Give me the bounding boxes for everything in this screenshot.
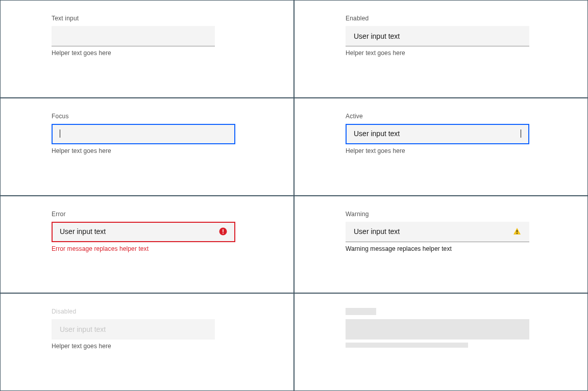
svg-point-2	[223, 233, 224, 234]
cell-focus: Focus Helper text goes here	[0, 98, 294, 196]
cell-error: Error User input text Error message repl…	[0, 196, 294, 294]
input-value: User input text	[60, 325, 207, 333]
helper-text: Helper text goes here	[346, 49, 536, 57]
warning-icon	[513, 227, 521, 236]
input-value: User input text	[354, 227, 507, 236]
text-caret	[60, 129, 60, 138]
warning-text: Warning message replaces helper text	[346, 245, 536, 252]
text-input-enabled[interactable]: User input text	[346, 26, 529, 46]
input-label: Disabled	[52, 308, 242, 315]
cell-warning: Warning User input text Warning message …	[294, 196, 588, 294]
input-label: Enabled	[346, 15, 536, 22]
text-input-error[interactable]: User input text	[52, 222, 235, 242]
helper-text: Helper text goes here	[52, 147, 242, 154]
text-input-active[interactable]: User input text	[346, 124, 529, 144]
svg-rect-1	[223, 229, 224, 232]
input-value: User input text	[354, 129, 521, 138]
helper-text: Helper text goes here	[52, 49, 242, 57]
skeleton-label	[346, 308, 376, 315]
error-text: Error message replaces helper text	[52, 245, 242, 252]
helper-text: Helper text goes here	[346, 147, 536, 154]
text-input-default[interactable]	[52, 26, 215, 46]
text-input-focus[interactable]	[52, 124, 235, 144]
input-label: Active	[346, 113, 536, 120]
input-label: Warning	[346, 211, 536, 218]
svg-rect-4	[517, 230, 517, 232]
input-label: Text input	[52, 15, 242, 22]
helper-text: Helper text goes here	[52, 343, 242, 350]
input-label: Focus	[52, 113, 242, 120]
svg-point-5	[517, 233, 518, 234]
cell-enabled: Enabled User input text Helper text goes…	[294, 0, 588, 98]
cell-active: Active User input text Helper text goes …	[294, 98, 588, 196]
skeleton-field	[346, 319, 529, 340]
input-label: Error	[52, 211, 242, 218]
text-caret	[521, 129, 521, 138]
error-icon	[219, 227, 227, 236]
cell-disabled: Disabled User input text Helper text goe…	[0, 293, 294, 391]
text-input-warning[interactable]: User input text	[346, 222, 529, 242]
skeleton-helper	[346, 343, 468, 348]
input-value: User input text	[354, 32, 521, 40]
cell-skeleton	[294, 293, 588, 391]
states-grid: Text input Helper text goes here Enabled…	[0, 0, 588, 391]
text-input-disabled: User input text	[52, 319, 215, 340]
input-value: User input text	[60, 227, 213, 236]
cell-default: Text input Helper text goes here	[0, 0, 294, 98]
